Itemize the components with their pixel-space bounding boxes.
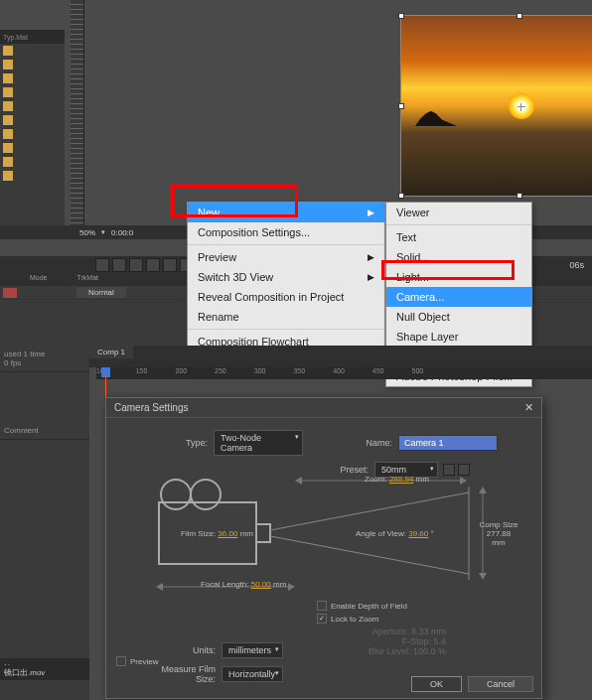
time-ruler[interactable]: 100 150 200 250 300 350 400 450 500	[96, 367, 592, 379]
layer-row[interactable]	[0, 127, 65, 141]
menu-item-viewer[interactable]: Viewer	[386, 203, 531, 222]
composition-viewport[interactable]	[84, 14, 591, 208]
svg-rect-3	[256, 524, 270, 542]
timeline-tool-button[interactable]	[163, 258, 177, 272]
chevron-right-icon: ▶	[368, 252, 374, 262]
eye-icon[interactable]	[3, 143, 13, 153]
eye-icon[interactable]	[3, 101, 13, 111]
layer-row[interactable]	[0, 44, 65, 58]
layer-row[interactable]	[0, 169, 65, 183]
close-icon[interactable]: ✕	[524, 401, 533, 414]
layers-panel: Typ.Mat	[0, 30, 65, 228]
eye-icon[interactable]	[3, 157, 13, 167]
menu-item-rename[interactable]: Rename	[188, 307, 384, 327]
layer-row[interactable]	[0, 85, 65, 99]
ruler-vertical	[71, 0, 84, 226]
cancel-button[interactable]: Cancel	[468, 676, 533, 692]
zoom-level[interactable]: 50%	[79, 228, 95, 237]
timeline-tool-button[interactable]	[129, 258, 143, 272]
timeline-tab-bar: Comp 1	[89, 346, 592, 367]
chevron-right-icon: ▶	[368, 272, 374, 282]
camera-settings-dialog: Camera Settings ✕ Type: Two-Node Camera …	[105, 397, 542, 699]
layer-row[interactable]	[0, 113, 65, 127]
layer-row[interactable]	[0, 155, 65, 169]
eye-icon[interactable]	[3, 87, 13, 97]
menu-item-switch-3d-view[interactable]: Switch 3D View▶	[188, 267, 384, 287]
menu-item-null-object[interactable]: Null Object	[386, 307, 531, 327]
angle-value[interactable]: 39.60	[408, 529, 428, 538]
menu-item-new[interactable]: New▶	[188, 203, 384, 222]
menu-item-preview[interactable]: Preview▶	[188, 247, 384, 267]
layer-row[interactable]	[0, 58, 65, 71]
focal-value[interactable]: 50.00	[251, 580, 271, 589]
eye-icon[interactable]	[3, 129, 13, 139]
project-panel: used 1 time0 fps Comment Name	[0, 346, 89, 700]
camera-name-input[interactable]	[398, 435, 498, 451]
lock-zoom-checkbox[interactable]	[317, 614, 327, 624]
preview-image[interactable]	[400, 15, 592, 197]
timeline-tool-button[interactable]	[95, 258, 109, 272]
dialog-title-bar[interactable]: Camera Settings ✕	[106, 398, 541, 418]
menu-item-reveal-composition[interactable]: Reveal Composition in Project	[188, 287, 384, 307]
film-size-value[interactable]: 36.00	[218, 529, 237, 538]
timeline-end: 06s	[569, 260, 584, 270]
anchor-point-icon[interactable]	[518, 103, 525, 111]
eye-icon[interactable]	[3, 73, 13, 83]
camera-diagram: Zoom: 288.94 mm Film Size: 36.00 mm Angl…	[121, 473, 518, 612]
timeline-tool-button[interactable]	[146, 258, 160, 272]
eye-icon[interactable]	[3, 60, 13, 70]
comp-tab[interactable]: Comp 1	[89, 346, 133, 358]
eye-icon[interactable]	[3, 46, 13, 56]
enable-dof-checkbox[interactable]	[317, 601, 327, 611]
eye-icon[interactable]	[3, 115, 13, 125]
svg-point-1	[191, 480, 221, 509]
svg-line-4	[270, 492, 469, 530]
ok-button[interactable]: OK	[411, 676, 462, 692]
svg-line-5	[270, 536, 469, 574]
file-item[interactable]: 镜口出.mov	[0, 665, 89, 680]
preview-checkbox[interactable]	[116, 656, 126, 666]
eye-icon[interactable]	[3, 171, 13, 181]
chevron-right-icon: ▶	[368, 208, 374, 217]
svg-point-0	[161, 480, 191, 509]
units-dropdown[interactable]: millimeters	[222, 642, 283, 658]
transform-handle[interactable]	[398, 103, 404, 109]
menu-item-solid[interactable]: Solid...	[386, 247, 531, 267]
timeline-tool-button[interactable]	[112, 258, 126, 272]
transform-handle[interactable]	[398, 193, 404, 199]
menu-item-text[interactable]: Text	[386, 227, 531, 247]
zoom-value[interactable]: 288.94	[389, 475, 413, 484]
menu-item-shape-layer[interactable]: Shape Layer	[386, 327, 531, 347]
layer-row[interactable]	[0, 99, 65, 113]
layer-row[interactable]	[0, 71, 65, 85]
menu-item-camera[interactable]: Camera...	[386, 287, 531, 307]
menu-item-light[interactable]: Light...	[386, 267, 531, 287]
transform-handle[interactable]	[398, 13, 404, 19]
transform-handle[interactable]	[517, 193, 522, 199]
time-display[interactable]: 0:00:0	[111, 228, 133, 237]
layer-row[interactable]	[0, 141, 65, 155]
transform-handle[interactable]	[517, 13, 522, 19]
camera-type-dropdown[interactable]: Two-Node Camera	[214, 430, 303, 456]
measure-dropdown[interactable]: Horizontally	[222, 666, 283, 682]
blend-mode-dropdown[interactable]: Normal	[76, 287, 126, 298]
menu-item-composition-settings[interactable]: Composition Settings...	[188, 222, 384, 242]
